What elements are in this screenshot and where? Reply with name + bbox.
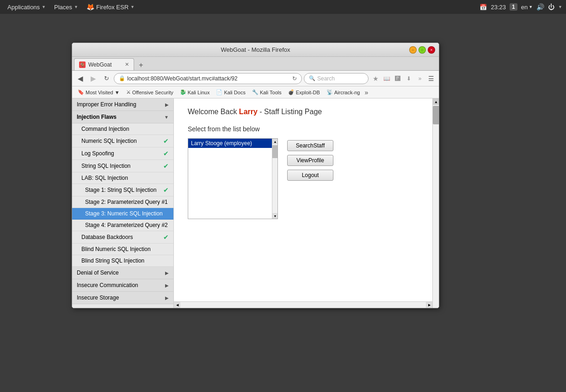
logout-button[interactable]: Logout bbox=[287, 170, 333, 181]
back-button[interactable]: ◀ bbox=[75, 73, 86, 84]
taskbar-right: 📅 23:23 1 en ▼ 🔊 ⏻ ▼ bbox=[480, 3, 562, 11]
pocket-icon[interactable]: 🅿 bbox=[393, 74, 403, 84]
welcome-heading: Welcome Back Larry - Staff Listing Page bbox=[188, 108, 418, 116]
scrollbar-thumb-up[interactable]: ▲ bbox=[433, 98, 439, 105]
firefox-taskbar-item[interactable]: 🦊 Firefox ESR ▼ bbox=[83, 2, 138, 12]
bookmark-star-icon[interactable]: ★ bbox=[370, 74, 381, 84]
reload-in-address-icon[interactable]: ↻ bbox=[292, 75, 297, 82]
firefox-arrow-icon: ▼ bbox=[130, 5, 135, 9]
listbox-scroll-thumb[interactable] bbox=[272, 145, 278, 158]
sidebar-item-lab-sql[interactable]: LAB: SQL Injection bbox=[72, 172, 173, 184]
tab-favicon: 🐐 bbox=[79, 61, 86, 68]
volume-icon[interactable]: 🔊 bbox=[536, 3, 544, 11]
kali-tools-icon: 🔧 bbox=[252, 89, 258, 95]
scroll-right-btn[interactable]: ▶ bbox=[426, 302, 432, 308]
places-arrow-icon: ▼ bbox=[74, 5, 78, 9]
sidebar-item-log-spoofing[interactable]: Log Spoofing ✔ bbox=[72, 147, 173, 160]
tab-label: WebGoat bbox=[88, 61, 122, 68]
desktop: Applications ▼ Places ▼ 🦊 Firefox ESR ▼ … bbox=[0, 0, 566, 392]
tab-close-icon[interactable]: ✕ bbox=[125, 61, 129, 67]
scrollbar-thumb[interactable] bbox=[433, 106, 439, 124]
view-profile-button[interactable]: ViewProfile bbox=[287, 155, 333, 166]
sidebar-item-insecure-storage[interactable]: Insecure Storage ▶ bbox=[72, 292, 173, 304]
taskbar-clock: 23:23 bbox=[491, 4, 506, 11]
reader-view-icon[interactable]: 📖 bbox=[381, 74, 392, 84]
applications-menu[interactable]: Applications ▼ bbox=[4, 3, 49, 12]
main-content: ▲ Welcome Back Larry - Staff Listing Pag… bbox=[174, 98, 439, 308]
reload-button[interactable]: ↻ bbox=[101, 73, 112, 84]
sidebar-item-command-injection[interactable]: Command Injection bbox=[72, 123, 173, 135]
sidebar-item-stage2[interactable]: Stage 2: Parameterized Query #1 bbox=[72, 196, 173, 208]
taskbar: Applications ▼ Places ▼ 🦊 Firefox ESR ▼ … bbox=[0, 0, 566, 14]
staff-listbox[interactable]: Larry Stooge (employee) ▲ ▼ bbox=[188, 138, 278, 219]
scroll-left-btn[interactable]: ◀ bbox=[174, 302, 180, 308]
tab-bar: 🐐 WebGoat ✕ + bbox=[72, 57, 439, 71]
power-icon[interactable]: ⏻ bbox=[548, 3, 554, 11]
listbox-scroll-down[interactable]: ▼ bbox=[272, 213, 278, 219]
hamburger-menu-icon[interactable]: ☰ bbox=[426, 74, 436, 84]
bookmark-kali-docs[interactable]: 📄 Kali Docs bbox=[213, 88, 248, 96]
sidebar-item-blind-string[interactable]: Blind String SQL Injection bbox=[72, 255, 173, 267]
taskbar-num-badge[interactable]: 1 bbox=[510, 3, 517, 11]
browser-window: WebGoat - Mozilla Firefox − ○ × 🐐 WebGoa… bbox=[72, 43, 439, 308]
minimize-button[interactable]: − bbox=[409, 46, 417, 54]
sidebar-item-injection-flaws[interactable]: Injection Flaws ▼ bbox=[72, 111, 173, 123]
welcome-suffix: - Staff Listing Page bbox=[258, 108, 322, 116]
bookmark-kali-linux[interactable]: 🐉 Kali Linux bbox=[177, 88, 213, 96]
close-button[interactable]: × bbox=[428, 46, 435, 54]
browser-title: WebGoat - Mozilla Firefox bbox=[221, 46, 290, 53]
sidebar-item-string-sql[interactable]: String SQL Injection ✔ bbox=[72, 160, 173, 172]
sidebar-item-insecure-comm[interactable]: Insecure Communication ▶ bbox=[72, 279, 173, 292]
system-arrow-icon[interactable]: ▼ bbox=[558, 5, 562, 9]
bottom-scroll-area[interactable]: ◀ ▶ bbox=[174, 301, 432, 308]
staff-area: Larry Stooge (employee) ▲ ▼ bbox=[188, 138, 418, 219]
welcome-name: Larry bbox=[239, 108, 258, 116]
db-backdoors-check-icon: ✔ bbox=[163, 233, 169, 241]
bookmark-exploit-db[interactable]: 💣 Exploit-DB bbox=[285, 88, 323, 96]
calendar-icon: 📅 bbox=[480, 4, 487, 11]
improper-error-arrow-icon: ▶ bbox=[165, 102, 169, 107]
search-placeholder-text: Search bbox=[317, 75, 335, 82]
new-tab-button[interactable]: + bbox=[136, 60, 146, 70]
kali-docs-icon: 📄 bbox=[216, 89, 222, 95]
welcome-prefix: Welcome Back bbox=[188, 108, 239, 116]
sidebar-item-dos[interactable]: Denial of Service ▶ bbox=[72, 267, 173, 279]
string-sql-check-icon: ✔ bbox=[163, 162, 169, 170]
nav-icons: ★ 📖 🅿 ⬇ » ☰ bbox=[370, 74, 436, 84]
places-menu[interactable]: Places ▼ bbox=[50, 3, 82, 12]
forward-button[interactable]: ▶ bbox=[88, 73, 99, 84]
search-staff-button[interactable]: SearchStaff bbox=[287, 140, 333, 151]
sidebar-item-numeric-sql[interactable]: Numeric SQL Injection ✔ bbox=[72, 135, 173, 147]
main-scrollbar[interactable]: ▲ bbox=[432, 98, 439, 308]
applications-arrow-icon: ▼ bbox=[42, 5, 46, 9]
maximize-button[interactable]: ○ bbox=[418, 46, 426, 54]
bookmark-most-visited[interactable]: 🔖 Most Visited ▼ bbox=[75, 88, 123, 96]
log-spoofing-check-icon: ✔ bbox=[163, 150, 169, 157]
sidebar-item-db-backdoors[interactable]: Database Backdoors ✔ bbox=[72, 231, 173, 244]
sidebar-item-improper-error[interactable]: Improper Error Handling ▶ bbox=[72, 98, 173, 111]
bookmark-aircrack[interactable]: 📡 Aircrack-ng bbox=[324, 88, 363, 96]
sidebar-item-stage4[interactable]: Stage 4: Parameterized Query #2 bbox=[72, 220, 173, 231]
select-label: Select from the list below bbox=[188, 125, 418, 133]
download-icon[interactable]: ⬇ bbox=[404, 74, 414, 84]
listbox-scroll-up[interactable]: ▲ bbox=[272, 139, 278, 144]
browser-tab[interactable]: 🐐 WebGoat ✕ bbox=[74, 58, 134, 70]
search-bar[interactable]: 🔍 Search bbox=[304, 73, 369, 84]
bookmark-offensive-security[interactable]: ⚔ Offensive Security bbox=[123, 88, 176, 96]
offensive-security-icon: ⚔ bbox=[126, 89, 131, 95]
staff-buttons: SearchStaff ViewProfile Logout bbox=[287, 140, 333, 181]
address-bar[interactable]: 🔒 localhost:8080/WebGoat/start.mvc#attac… bbox=[114, 73, 302, 84]
bookmark-kali-tools[interactable]: 🔧 Kali Tools bbox=[249, 88, 284, 96]
title-bar: WebGoat - Mozilla Firefox − ○ × bbox=[72, 43, 439, 57]
more-tools-icon[interactable]: » bbox=[415, 74, 425, 84]
dos-arrow-icon: ▶ bbox=[165, 270, 169, 276]
bookmarks-more-icon[interactable]: » bbox=[364, 89, 368, 96]
lang-arrow-icon: ▼ bbox=[529, 5, 533, 9]
lang-selector[interactable]: en ▼ bbox=[521, 4, 533, 11]
window-controls: − ○ × bbox=[409, 46, 435, 54]
listbox-item-larry[interactable]: Larry Stooge (employee) bbox=[188, 139, 277, 148]
sidebar-item-blind-numeric[interactable]: Blind Numeric SQL Injection bbox=[72, 244, 173, 255]
listbox-scrollbar[interactable]: ▲ ▼ bbox=[272, 139, 277, 219]
sidebar-item-stage1[interactable]: Stage 1: String SQL Injection ✔ bbox=[72, 184, 173, 196]
sidebar-item-stage3[interactable]: Stage 3: Numeric SQL Injection bbox=[72, 208, 173, 220]
